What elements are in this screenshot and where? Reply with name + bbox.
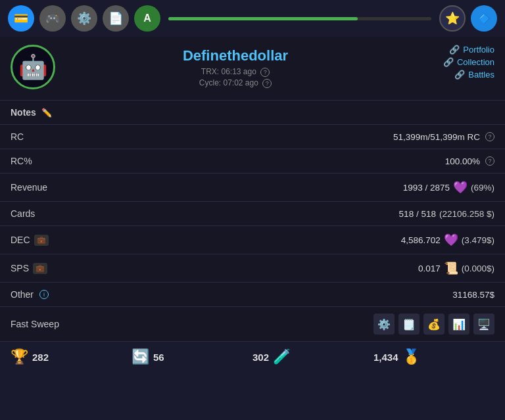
- collection-link-icon: 🔗: [443, 57, 454, 67]
- trx-help-icon[interactable]: ?: [260, 68, 270, 77]
- potion-icon: 🧪: [273, 348, 291, 365]
- rc-label: RC: [11, 131, 24, 142]
- top-navigation: 💳 🎮 ⚙️ 📄 A ⭐ 🔷: [0, 0, 505, 37]
- notes-edit-icon[interactable]: ✏️: [41, 108, 52, 118]
- cycle-icon: 🔄: [132, 348, 149, 365]
- sps-wallet-icon: 💼: [33, 263, 47, 274]
- portfolio-link-icon: 🔗: [449, 45, 460, 55]
- other-info-icon[interactable]: i: [39, 290, 49, 299]
- sweep-icon-5[interactable]: 🖥️: [473, 314, 494, 335]
- sps-scroll-icon: 📜: [444, 261, 458, 275]
- heart-stat: 302 🧪: [252, 348, 373, 365]
- rc-pct-label: RC%: [11, 156, 32, 166]
- bottom-bar: 🏆 282 🔄 56 302 🧪 1,434 🥇: [0, 342, 505, 372]
- dec-stat-row: DEC 💼 4,586.702 💜 (3.479$): [0, 226, 505, 254]
- revenue-gem-icon: 💜: [453, 180, 468, 195]
- portfolio-link[interactable]: 🔗 Portfolio: [449, 45, 494, 55]
- profile-links-container: 🔗 Portfolio 🔗 Collection 🔗 Battles: [416, 45, 494, 80]
- star-button[interactable]: ⭐: [439, 5, 466, 32]
- notes-label: Notes: [11, 107, 36, 118]
- cycle-stat: 🔄 56: [132, 348, 252, 365]
- rc-help-icon[interactable]: ?: [485, 132, 494, 141]
- sps-label: SPS 💼: [11, 263, 47, 274]
- profile-name: Definethedollar: [55, 47, 416, 64]
- revenue-label: Revenue: [11, 182, 47, 193]
- rc-pct-stat-row: RC% 100.00% ?: [0, 149, 505, 174]
- rc-value: 51,399m/51,399m RC ?: [393, 132, 494, 142]
- trx-timestamp: TRX: 06:13 ago ?: [55, 67, 416, 77]
- dec-value: 4,586.702 💜 (3.479$): [401, 233, 494, 247]
- sweep-icon-1[interactable]: ⚙️: [373, 314, 395, 335]
- profile-info: Definethedollar TRX: 06:13 ago ? Cycle: …: [55, 45, 416, 89]
- battles-link-icon: 🔗: [454, 70, 465, 80]
- progress-bar-fill: [168, 17, 358, 20]
- collection-link[interactable]: 🔗 Collection: [443, 57, 494, 67]
- sweep-icon-3[interactable]: 💰: [423, 314, 445, 335]
- sps-value: 0.017 📜 (0.000$): [418, 261, 494, 275]
- profile-section: 🤖 Definethedollar TRX: 06:13 ago ? Cycle…: [0, 37, 505, 101]
- cycle-help-icon[interactable]: ?: [262, 79, 272, 88]
- dec-wallet-icon: 💼: [34, 235, 49, 246]
- cycle-timestamp: Cycle: 07:02 ago ?: [55, 78, 416, 88]
- other-label: Other i: [11, 289, 49, 300]
- wallet-nav-button[interactable]: 💳: [8, 5, 34, 32]
- revenue-stat-row: Revenue 1993 / 2875 💜 (69%): [0, 174, 505, 202]
- dec-gem-icon: 💜: [444, 233, 458, 247]
- progress-bar: [168, 17, 431, 20]
- rc-pct-help-icon[interactable]: ?: [485, 156, 494, 166]
- medal-icon: 🥇: [402, 348, 420, 365]
- profile-nav-button[interactable]: A: [134, 5, 160, 32]
- cards-label: Cards: [11, 208, 35, 219]
- fast-sweep-row: Fast Sweep ⚙️ 🗒️ 💰 📊 🖥️: [0, 307, 505, 342]
- settings-nav-button[interactable]: ⚙️: [71, 5, 97, 32]
- fast-sweep-label: Fast Sweep: [11, 319, 59, 329]
- other-value: 31168.57$: [452, 290, 494, 300]
- teal-button[interactable]: 🔷: [471, 5, 497, 32]
- sweep-icon-4[interactable]: 📊: [448, 314, 469, 335]
- dec-label: DEC 💼: [11, 235, 49, 246]
- document-nav-button[interactable]: 📄: [103, 5, 129, 32]
- rc-stat-row: RC 51,399m/51,399m RC ?: [0, 125, 505, 149]
- medal-stat: 1,434 🥇: [373, 348, 494, 365]
- cards-stat-row: Cards 518 / 518 (22106.258 $): [0, 202, 505, 226]
- rc-pct-value: 100.00% ?: [445, 156, 494, 166]
- gamepad-nav-button[interactable]: 🎮: [39, 5, 66, 32]
- trophy-icon: 🏆: [11, 348, 28, 365]
- avatar: 🤖: [11, 45, 55, 89]
- stats-section: Notes ✏️ RC 51,399m/51,399m RC ? RC% 100…: [0, 101, 505, 342]
- notes-row: Notes ✏️: [0, 101, 505, 125]
- trophy-stat: 🏆 282: [11, 348, 132, 365]
- battles-link[interactable]: 🔗 Battles: [454, 70, 494, 80]
- sweep-icons-container: ⚙️ 🗒️ 💰 📊 🖥️: [373, 314, 494, 335]
- revenue-value: 1993 / 2875 💜 (69%): [403, 180, 494, 195]
- sweep-icon-2[interactable]: 🗒️: [398, 314, 420, 335]
- cards-value: 518 / 518 (22106.258 $): [399, 209, 494, 219]
- other-stat-row: Other i 31168.57$: [0, 283, 505, 307]
- sps-stat-row: SPS 💼 0.017 📜 (0.000$): [0, 254, 505, 283]
